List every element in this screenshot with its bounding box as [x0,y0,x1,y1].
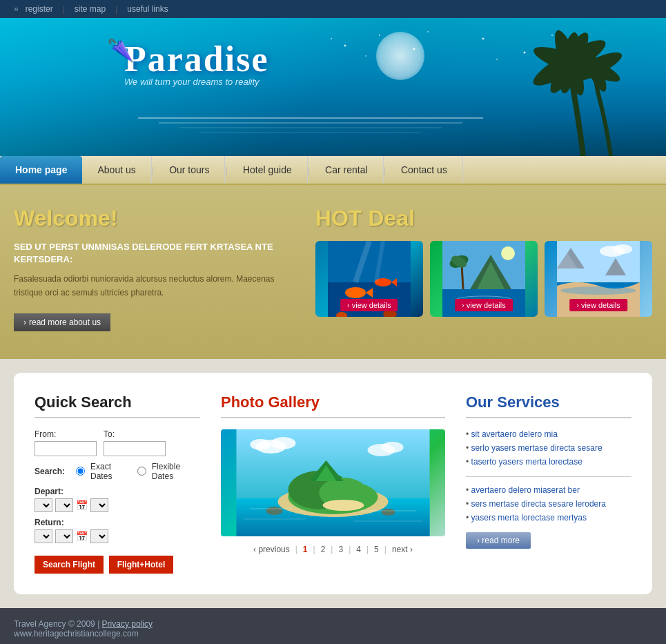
view-details-arrow-2: › [462,301,464,309]
welcome-section: Welcome! SED UT PERST UNMNISAS DELERODE … [14,206,295,331]
nav-tours[interactable]: Our tours [154,156,225,184]
search-flight-button[interactable]: Search Flight [35,556,104,574]
welcome-text: Fasalesuada odiorbi nunioravida alcursus… [14,273,295,299]
useful-links-link[interactable]: useful links [127,4,168,14]
gallery-page-2[interactable]: 2 [321,545,326,554]
services-list-1: sit avertaero delero mia serlo yasers me… [466,429,631,467]
nav-hotel[interactable]: Hotel guide [228,156,308,184]
depart-year[interactable] [90,498,108,512]
return-day[interactable] [35,529,52,543]
quick-search-title: Quick Search [35,393,200,418]
from-input[interactable] [35,441,97,456]
from-group: From: [35,429,97,456]
exact-dates-label: Exact Dates [90,462,132,481]
main-row: Welcome! SED UT PERST UNMNISAS DELERODE … [14,206,652,331]
nav-contact[interactable]: Contact us [386,156,463,184]
from-label: From: [35,429,97,439]
nav-car[interactable]: Car rental [310,156,383,184]
sep2: | [115,4,117,14]
from-to-row: From: To: [35,429,200,456]
our-services-title: Our Services [466,393,631,418]
gallery-prev-link[interactable]: ‹ previous [253,545,290,554]
return-year[interactable] [90,529,108,543]
depart-month[interactable] [55,498,73,512]
depart-selects: 📅 [35,498,200,512]
svg-point-65 [251,439,271,450]
nav-home[interactable]: Home page [0,156,82,184]
header-content: 🌂 Paradise We will turn your dreams to r… [0,18,666,87]
services-read-more-button[interactable]: › read more [466,532,531,549]
gallery-navigation: ‹ previous | 1 | 2 | 3 | 4 | 5 | next › [221,545,445,554]
svg-line-38 [462,265,463,289]
footer-privacy-link[interactable]: Privacy policy [102,619,153,629]
svg-point-43 [501,246,515,260]
welcome-title: Welcome! [14,206,295,231]
svg-point-61 [266,507,283,515]
return-month[interactable] [55,529,73,543]
depart-label: Depart: [35,487,200,496]
return-label: Return: [35,518,200,527]
svg-point-67 [382,442,404,453]
gallery-next-link[interactable]: next › [392,545,413,554]
depart-calendar-icon[interactable]: 📅 [76,500,88,511]
sep1: | [63,4,65,14]
search-label: Search: [35,467,65,476]
register-link[interactable]: register [26,4,53,14]
gallery-sep-4: | [366,545,369,554]
view-details-label-1: view details [352,301,391,309]
service-link-4[interactable]: avertaero delero miaserat ber [471,485,580,495]
bottom-wrapper: Quick Search From: To: Search: Exact Dat… [0,359,666,608]
welcome-subtitle: SED UT PERST UNMNISAS DELERODE FERT KRTA… [14,241,295,266]
read-more-label: read more about us [29,318,101,327]
services-divider [466,476,631,477]
logo-subtitle: We will turn your dreams to reality [124,77,652,87]
gallery-page-3[interactable]: 3 [338,545,343,554]
footer-copyright: Travel Agency © 2009 [14,619,95,629]
service-item-5: sers mertase directa sesare lerodera [466,499,631,509]
exact-dates-radio[interactable] [76,467,85,476]
flexible-dates-radio[interactable] [137,467,146,476]
return-selects: 📅 [35,529,200,543]
flight-hotel-button[interactable]: Flight+Hotel [109,556,174,574]
service-item-6: yasers merta lorectase mertyas [466,513,631,523]
gallery-page-4[interactable]: 4 [356,545,361,554]
hot-deal-section: HOT Deal [315,206,652,331]
return-calendar-icon[interactable]: 📅 [76,531,88,542]
read-more-us-button[interactable]: › read more about us [14,313,110,331]
read-more-arrow: › [23,318,26,327]
header: 🌂 Paradise We will turn your dreams to r… [0,18,666,156]
bottom-section: Quick Search From: To: Search: Exact Dat… [14,373,652,594]
to-input[interactable] [104,441,166,456]
gallery-sep-1: | [313,545,315,554]
search-buttons: Search Flight Flight+Hotel [35,549,200,574]
gallery-island-svg [221,429,445,536]
to-label: To: [104,429,166,439]
search-type-group: Search: Exact Dates Flexible Dates [35,462,200,481]
svg-point-60 [323,500,364,511]
gallery-main-image [221,429,445,536]
svg-point-62 [382,509,395,516]
top-bar-arrows: » [14,4,19,14]
hot-deal-title: HOT Deal [315,206,652,231]
service-link-5[interactable]: sers mertase directa sesare lerodera [471,499,606,509]
gallery-page-1[interactable]: 1 [303,545,308,554]
view-details-btn-3[interactable]: › view details [569,299,627,311]
service-link-6[interactable]: yasers merta lorectase mertyas [471,513,587,523]
gallery-page-5[interactable]: 5 [374,545,379,554]
service-link-2[interactable]: serlo yasers mertase directa sesare [471,443,603,453]
top-bar: » register | site map | useful links [0,0,666,18]
nav-about[interactable]: About us [82,156,151,184]
view-details-btn-2[interactable]: › view details [455,299,513,311]
gallery-sep-3: | [349,545,351,554]
service-item-1: sit avertaero delero mia [466,429,631,439]
view-details-btn-1[interactable]: › view details [340,299,398,311]
service-link-1[interactable]: sit avertaero delero mia [471,429,558,439]
site-map-link[interactable]: site map [75,4,106,14]
return-row: Return: 📅 [35,518,200,543]
our-services-section: Our Services sit avertaero delero mia se… [466,393,631,574]
deal-image-1: › view details [315,241,423,317]
service-link-3[interactable]: taserto yasers merta lorectase [471,457,582,467]
depart-day[interactable] [35,498,52,512]
svg-point-24 [345,287,366,298]
svg-point-49 [560,286,636,295]
